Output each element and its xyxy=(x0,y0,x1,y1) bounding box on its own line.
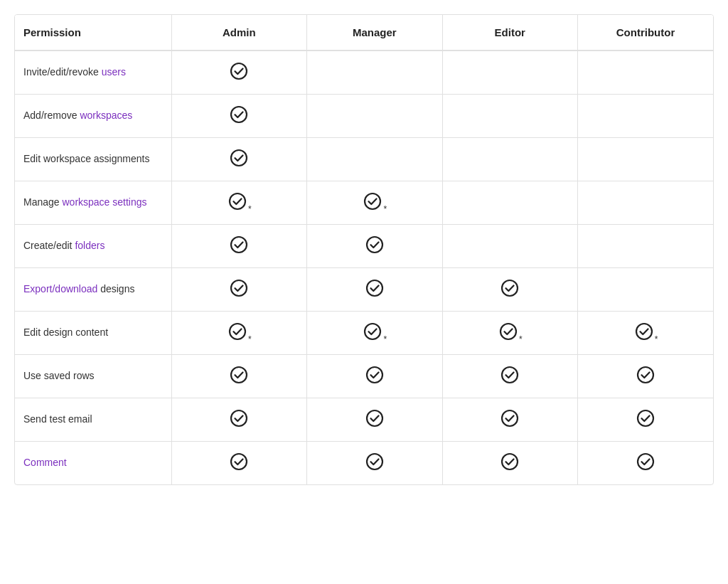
editor-cell xyxy=(442,225,578,268)
permission-cell: Invite/edit/revoke users xyxy=(15,51,171,95)
contributor-cell xyxy=(578,442,714,485)
permission-label: Add/remove workspaces xyxy=(23,110,132,121)
svg-point-25 xyxy=(638,454,653,469)
permission-cell: Create/edit folders xyxy=(15,225,171,268)
editor-cell xyxy=(442,51,578,95)
permission-label: Create/edit folders xyxy=(23,240,105,251)
check-icon xyxy=(229,365,249,385)
admin-cell xyxy=(171,138,307,181)
check-icon xyxy=(500,278,520,298)
header-contributor: Contributor xyxy=(578,15,714,51)
admin-cell xyxy=(171,51,307,95)
admin-cell: * xyxy=(171,312,307,355)
svg-point-12 xyxy=(500,324,516,339)
contributor-cell xyxy=(578,181,714,225)
check-icon xyxy=(229,61,249,81)
table-row: Manage workspace settings * * xyxy=(15,181,713,225)
manager-cell xyxy=(307,138,443,181)
check-icon xyxy=(365,452,385,472)
asterisk-symbol: * xyxy=(383,334,387,344)
check-icon xyxy=(229,452,249,472)
editor-cell xyxy=(442,138,578,181)
svg-point-13 xyxy=(636,324,652,339)
svg-point-8 xyxy=(367,280,382,296)
svg-point-20 xyxy=(502,410,518,426)
check-icon xyxy=(365,365,385,385)
permission-label: Use saved rows xyxy=(23,370,95,381)
permission-purple: Export/download xyxy=(23,283,97,294)
admin-cell xyxy=(171,442,307,485)
admin-cell xyxy=(171,398,307,442)
permission-cell: Export/download designs xyxy=(15,268,171,312)
manager-cell xyxy=(307,268,443,312)
check-icon xyxy=(636,408,655,428)
svg-point-22 xyxy=(231,454,247,469)
manager-cell xyxy=(307,355,443,398)
check-asterisk-icon: * xyxy=(363,322,386,341)
permission-cell: Edit workspace assignments xyxy=(15,138,171,181)
svg-point-9 xyxy=(502,280,518,296)
check-icon xyxy=(229,408,249,428)
check-asterisk-icon: * xyxy=(228,191,251,211)
permission-cell: Comment xyxy=(15,442,171,485)
manager-cell xyxy=(307,95,443,138)
check-asterisk-icon: * xyxy=(363,191,386,211)
svg-point-1 xyxy=(231,107,247,122)
permission-label: Edit workspace assignments xyxy=(23,153,149,164)
admin-cell xyxy=(171,355,307,398)
table-row: Send test email xyxy=(15,398,713,442)
contributor-cell xyxy=(578,355,714,398)
permission-cell: Edit design content xyxy=(15,312,171,355)
check-asterisk-icon: * xyxy=(498,322,522,341)
editor-cell xyxy=(442,442,578,485)
svg-point-4 xyxy=(365,193,380,209)
contributor-cell xyxy=(578,95,714,138)
admin-cell: * xyxy=(171,181,307,225)
table-row: Create/edit folders xyxy=(15,225,713,268)
contributor-cell xyxy=(578,398,714,442)
contributor-cell xyxy=(578,225,714,268)
check-icon xyxy=(500,452,520,472)
asterisk-symbol: * xyxy=(248,334,252,344)
table-row: Add/remove workspaces xyxy=(15,95,713,138)
svg-point-3 xyxy=(230,193,245,209)
header-admin: Admin xyxy=(171,15,307,51)
permissions-table: Permission Admin Manager Editor Contribu… xyxy=(15,15,713,484)
permission-label: Manage workspace settings xyxy=(23,196,147,208)
svg-point-19 xyxy=(367,410,382,426)
check-icon xyxy=(365,235,385,255)
check-icon xyxy=(636,452,655,472)
table-header-row: Permission Admin Manager Editor Contribu… xyxy=(15,15,713,51)
permission-cell: Send test email xyxy=(15,398,171,442)
table-row: Edit workspace assignments xyxy=(15,138,713,181)
permission-label: Export/download designs xyxy=(23,283,134,294)
check-icon xyxy=(365,408,385,428)
manager-cell xyxy=(307,398,443,442)
svg-point-10 xyxy=(230,324,245,339)
check-icon xyxy=(229,235,249,255)
svg-point-5 xyxy=(231,237,247,253)
manager-cell: * xyxy=(307,181,443,225)
permission-label: Edit design content xyxy=(23,326,108,338)
header-permission: Permission xyxy=(15,15,171,51)
header-manager: Manager xyxy=(307,15,443,51)
header-editor: Editor xyxy=(442,15,578,51)
svg-point-6 xyxy=(367,237,382,253)
svg-point-21 xyxy=(638,410,653,426)
permission-label: Send test email xyxy=(23,413,92,425)
svg-point-14 xyxy=(231,367,247,383)
permission-purple: folders xyxy=(75,240,105,251)
table-row: Use saved rows xyxy=(15,355,713,398)
asterisk-symbol: * xyxy=(383,204,387,214)
permission-purple: users xyxy=(102,66,126,78)
admin-cell xyxy=(171,95,307,138)
permission-cell: Manage workspace settings xyxy=(15,181,171,225)
manager-cell xyxy=(307,51,443,95)
contributor-cell xyxy=(578,268,714,312)
permissions-table-container: Permission Admin Manager Editor Contribu… xyxy=(14,14,714,485)
permission-purple: workspaces xyxy=(80,110,132,121)
check-icon xyxy=(636,365,655,385)
permission-label: Comment xyxy=(23,457,67,468)
svg-point-0 xyxy=(231,63,247,79)
svg-point-17 xyxy=(638,367,653,383)
